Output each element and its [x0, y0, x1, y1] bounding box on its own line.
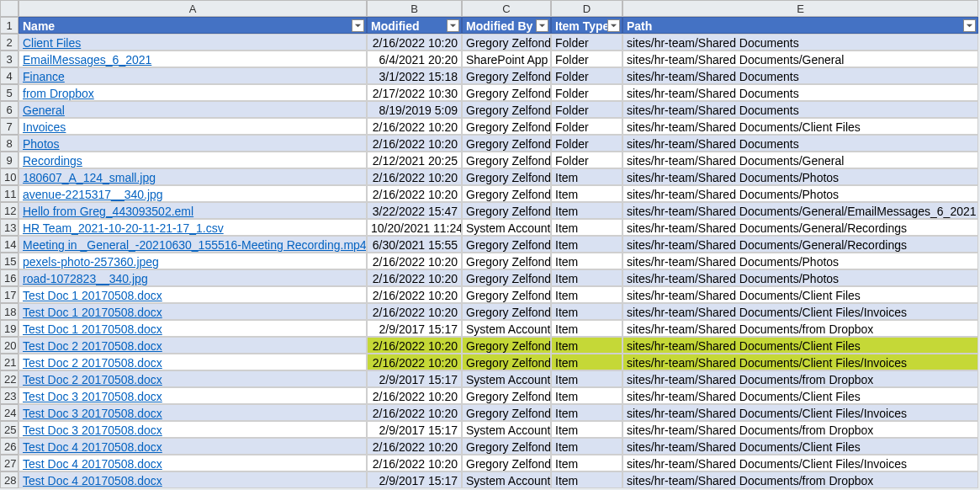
file-link[interactable]: General [23, 104, 65, 117]
cell-modified[interactable]: 2/16/2022 10:20 [367, 185, 462, 202]
cell-path[interactable]: sites/hr-team/Shared Documents/Client Fi… [622, 286, 978, 303]
filter-dropdown-icon[interactable] [963, 19, 976, 32]
file-link[interactable]: pexels-photo-257360.jpeg [23, 255, 159, 269]
cell-path[interactable]: sites/hr-team/Shared Documents/Client Fi… [622, 387, 978, 404]
file-link[interactable]: Test Doc 3 20170508.docx [23, 423, 162, 437]
cell-item-type[interactable]: Item [551, 253, 622, 269]
cell-name[interactable]: Hello from Greg_443093502.eml [19, 202, 367, 219]
file-link[interactable]: Recordings [23, 154, 82, 168]
cell-modified[interactable]: 2/16/2022 10:20 [367, 253, 462, 269]
cell-modified[interactable]: 3/22/2022 15:47 [367, 202, 462, 219]
cell-item-type[interactable]: Item [551, 286, 622, 303]
cell-modified[interactable]: 8/19/2019 5:09 [367, 101, 462, 118]
row-header-9[interactable]: 9 [0, 152, 19, 168]
cell-path[interactable]: sites/hr-team/Shared Documents/Client Fi… [622, 354, 978, 370]
cell-path[interactable]: sites/hr-team/Shared Documents [622, 135, 978, 152]
file-link[interactable]: EmailMessages_6_2021 [23, 53, 151, 67]
cell-modified-by[interactable]: Gregory Zelfond [462, 168, 551, 185]
cell-item-type[interactable]: Item [551, 219, 622, 236]
cell-modified[interactable]: 2/16/2022 10:20 [367, 438, 462, 455]
cell-modified-by[interactable]: System Account [462, 370, 551, 387]
cell-name[interactable]: Test Doc 4 20170508.docx [19, 471, 367, 488]
cell-item-type[interactable]: Item [551, 320, 622, 337]
row-header-28[interactable]: 28 [0, 471, 19, 488]
cell-name[interactable]: Recordings [19, 152, 367, 168]
cell-modified-by[interactable]: Gregory Zelfond [462, 118, 551, 135]
cell-modified-by[interactable]: Gregory Zelfond [462, 253, 551, 269]
cell-path[interactable]: sites/hr-team/Shared Documents/Photos [622, 185, 978, 202]
cell-name[interactable]: Test Doc 3 20170508.docx [19, 387, 367, 404]
cell-modified-by[interactable]: SharePoint App [462, 51, 551, 67]
cell-path[interactable]: sites/hr-team/Shared Documents/Photos [622, 168, 978, 185]
cell-name[interactable]: Test Doc 2 20170508.docx [19, 370, 367, 387]
cell-path[interactable]: sites/hr-team/Shared Documents/Client Fi… [622, 438, 978, 455]
cell-name[interactable]: road-1072823__340.jpg [19, 269, 367, 286]
row-header-10[interactable]: 10 [0, 168, 19, 185]
cell-modified[interactable]: 10/20/2021 11:24 [367, 219, 462, 236]
cell-item-type[interactable]: Item [551, 185, 622, 202]
row-header-11[interactable]: 11 [0, 185, 19, 202]
cell-modified[interactable]: 2/16/2022 10:20 [367, 387, 462, 404]
cell-item-type[interactable]: Folder [551, 34, 622, 51]
cell-name[interactable]: Test Doc 3 20170508.docx [19, 404, 367, 421]
file-link[interactable]: Test Doc 4 20170508.docx [23, 457, 162, 471]
file-link[interactable]: from Dropbox [23, 87, 94, 100]
cell-path[interactable]: sites/hr-team/Shared Documents/General/R… [622, 219, 978, 236]
cell-item-type[interactable]: Folder [551, 51, 622, 67]
cell-name[interactable]: Test Doc 3 20170508.docx [19, 421, 367, 438]
cell-modified[interactable]: 2/9/2017 15:17 [367, 320, 462, 337]
cell-name[interactable]: Invoices [19, 118, 367, 135]
filter-dropdown-icon[interactable] [607, 19, 620, 32]
file-link[interactable]: Test Doc 4 20170508.docx [23, 474, 162, 487]
cell-item-type[interactable]: Item [551, 269, 622, 286]
column-header-E[interactable]: E [622, 0, 978, 17]
cell-modified[interactable]: 2/16/2022 10:20 [367, 404, 462, 421]
cell-modified-by[interactable]: Gregory Zelfond [462, 337, 551, 354]
table-header-name[interactable]: Name [19, 17, 367, 34]
row-header-8[interactable]: 8 [0, 135, 19, 152]
row-header-15[interactable]: 15 [0, 253, 19, 269]
cell-path[interactable]: sites/hr-team/Shared Documents/Photos [622, 269, 978, 286]
cell-modified[interactable]: 2/16/2022 10:20 [367, 354, 462, 370]
file-link[interactable]: Test Doc 2 20170508.docx [23, 339, 162, 353]
cell-modified[interactable]: 2/9/2017 15:17 [367, 370, 462, 387]
cell-modified[interactable]: 2/12/2021 20:25 [367, 152, 462, 168]
cell-modified[interactable]: 2/16/2022 10:20 [367, 34, 462, 51]
cell-item-type[interactable]: Item [551, 202, 622, 219]
cell-item-type[interactable]: Folder [551, 135, 622, 152]
row-header-3[interactable]: 3 [0, 51, 19, 67]
cell-path[interactable]: sites/hr-team/Shared Documents/General [622, 152, 978, 168]
column-header-B[interactable]: B [367, 0, 462, 17]
cell-name[interactable]: 180607_A_124_small.jpg [19, 168, 367, 185]
row-header-1[interactable]: 1 [0, 17, 19, 34]
file-link[interactable]: Test Doc 1 20170508.docx [23, 306, 162, 319]
cell-modified-by[interactable]: Gregory Zelfond [462, 303, 551, 320]
row-header-12[interactable]: 12 [0, 202, 19, 219]
cell-name[interactable]: HR Team_2021-10-20-11-21-17_1.csv [19, 219, 367, 236]
cell-modified[interactable]: 2/16/2022 10:20 [367, 286, 462, 303]
cell-item-type[interactable]: Item [551, 370, 622, 387]
file-link[interactable]: road-1072823__340.jpg [23, 272, 148, 285]
row-header-24[interactable]: 24 [0, 404, 19, 421]
cell-item-type[interactable]: Item [551, 455, 622, 471]
file-link[interactable]: Finance [23, 70, 65, 83]
cell-name[interactable]: Test Doc 1 20170508.docx [19, 320, 367, 337]
cell-item-type[interactable]: Folder [551, 118, 622, 135]
cell-name[interactable]: Test Doc 1 20170508.docx [19, 303, 367, 320]
filter-dropdown-icon[interactable] [447, 19, 459, 32]
cell-modified-by[interactable]: System Account [462, 421, 551, 438]
cell-path[interactable]: sites/hr-team/Shared Documents/General/R… [622, 236, 978, 253]
cell-modified-by[interactable]: Gregory Zelfond [462, 202, 551, 219]
table-header-path[interactable]: Path [622, 17, 978, 34]
file-link[interactable]: Client Files [23, 36, 81, 50]
cell-item-type[interactable]: Item [551, 404, 622, 421]
column-header-C[interactable]: C [462, 0, 551, 17]
file-link[interactable]: Test Doc 2 20170508.docx [23, 356, 162, 370]
file-link[interactable]: Meeting in _General_-20210630_155516-Mee… [23, 238, 367, 252]
row-header-21[interactable]: 21 [0, 354, 19, 370]
row-header-14[interactable]: 14 [0, 236, 19, 253]
cell-name[interactable]: from Dropbox [19, 84, 367, 101]
cell-path[interactable]: sites/hr-team/Shared Documents/Client Fi… [622, 404, 978, 421]
cell-item-type[interactable]: Item [551, 303, 622, 320]
cell-modified[interactable]: 2/16/2022 10:20 [367, 303, 462, 320]
